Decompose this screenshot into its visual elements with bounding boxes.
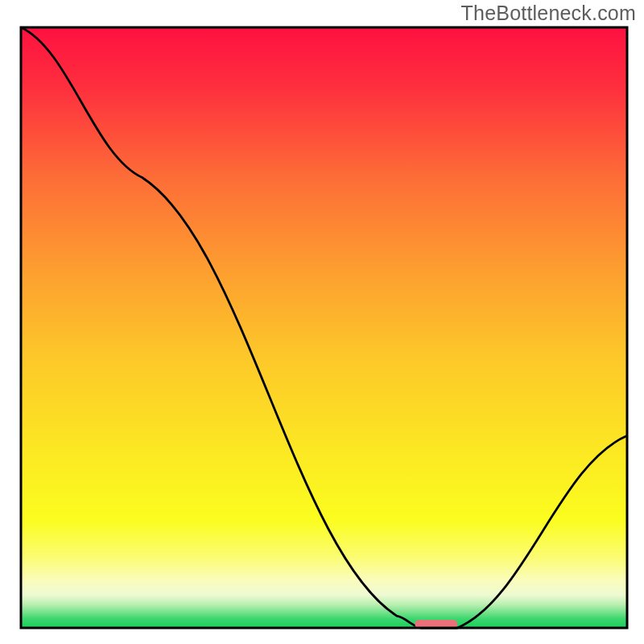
- plot-background: [21, 27, 627, 628]
- chart-container: TheBottleneck.com: [0, 0, 644, 644]
- watermark-text: TheBottleneck.com: [461, 2, 636, 25]
- bottleneck-chart: [0, 0, 644, 644]
